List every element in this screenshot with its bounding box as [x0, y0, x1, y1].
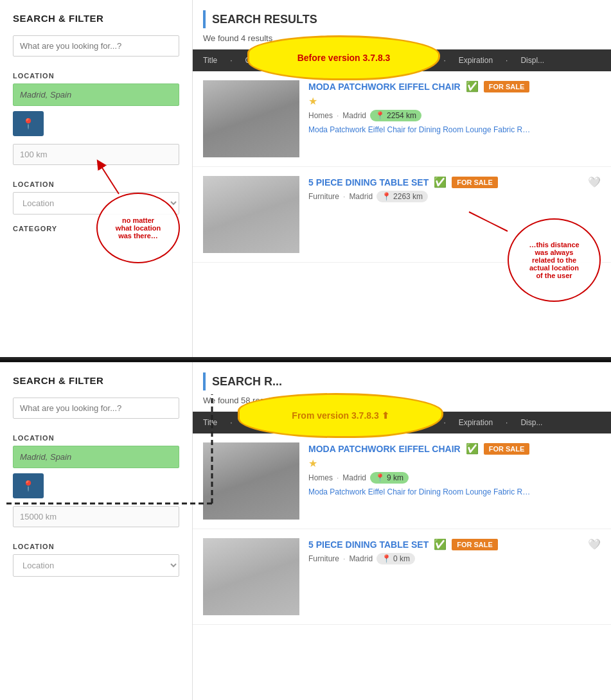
location-label2-top: LOCATION — [13, 180, 179, 188]
sidebar-title-top: SEARCH & FILTER — [13, 13, 179, 24]
for-sale-badge-top-2: FOR SALE — [452, 177, 498, 188]
item-meta-top-1: Homes · Madrid 📍 2254 km — [308, 110, 601, 121]
results-title-top: SEARCH RESULTS — [193, 10, 611, 33]
item-details-top-2: 5 PIECE DINING TABLE SET ✅ FOR SALE 🤍 Fu… — [308, 176, 601, 253]
item-location-top-1: Madrid — [342, 111, 366, 120]
for-sale-badge-top-1: FOR SALE — [484, 81, 530, 92]
verified-icon-bottom-2: ✅ — [434, 538, 447, 550]
table-header-bottom: Title · Category · Location · Price · Ad… — [193, 412, 611, 433]
item-details-bottom-1: MODA PATCHWORK EIFFEL CHAIR ✅ FOR SALE ★… — [308, 442, 601, 520]
location-label-bottom: LOCATION — [13, 434, 179, 442]
sidebar-bottom: SEARCH & FILTER LOCATION Madrid, Spain 📍… — [0, 362, 193, 700]
results-count-bottom: We found 58 results — [193, 396, 611, 412]
star-icon-bottom-1[interactable]: ★ — [308, 458, 317, 469]
verified-icon-bottom-1: ✅ — [466, 442, 479, 455]
heart-icon-bottom-2[interactable]: 🤍 — [588, 538, 601, 550]
item-card-top-1: MODA PATCHWORK EIFFEL CHAIR ✅ FOR SALE ★… — [193, 71, 611, 167]
km-input-bottom[interactable] — [13, 506, 179, 527]
verified-icon-top-2: ✅ — [434, 176, 447, 188]
distance-badge-top-1: 📍 2254 km — [370, 110, 421, 121]
item-category-bottom-1: Homes — [308, 473, 333, 482]
location-select-bottom[interactable]: Location — [13, 554, 179, 577]
location-label-top: LOCATION — [13, 72, 179, 80]
results-title-bottom: SEARCH R... — [193, 372, 611, 396]
location-value-bottom: Madrid, Spain — [13, 446, 179, 468]
item-category-top-2: Furniture — [308, 192, 339, 201]
item-location-top-2: Madrid — [349, 192, 373, 201]
item-tags-bottom-1: Moda Patchwork Eiffel Chair for Dining R… — [308, 487, 533, 496]
item-card-top-2: 5 PIECE DINING TABLE SET ✅ FOR SALE 🤍 Fu… — [193, 167, 611, 263]
item-image-top-2 — [203, 176, 299, 253]
item-category-top-1: Homes — [308, 111, 333, 120]
item-details-bottom-2: 5 PIECE DINING TABLE SET ✅ FOR SALE 🤍 Fu… — [308, 538, 601, 615]
item-category-bottom-2: Furniture — [308, 554, 339, 563]
item-card-bottom-1: MODA PATCHWORK EIFFEL CHAIR ✅ FOR SALE ★… — [193, 433, 611, 529]
blue-bar-top — [203, 10, 206, 28]
km-input-top[interactable] — [13, 144, 179, 165]
item-meta-top-2: Furniture · Madrid 📍 2263 km — [308, 191, 601, 202]
distance-badge-top-2: 📍 2263 km — [376, 191, 428, 202]
distance-badge-bottom-2: 📍 0 km — [376, 553, 415, 564]
pin-button-top[interactable]: 📍 — [13, 111, 44, 136]
pin-button-bottom[interactable]: 📍 — [13, 473, 44, 498]
location-label2-bottom: LOCATION — [13, 543, 179, 550]
item-meta-bottom-2: Furniture · Madrid 📍 0 km — [308, 553, 601, 564]
for-sale-badge-bottom-2: FOR SALE — [452, 539, 498, 550]
verified-icon-top-1: ✅ — [466, 80, 479, 92]
heart-icon-top-2[interactable]: 🤍 — [588, 176, 601, 188]
category-label-top: CATEGORY — [13, 225, 179, 232]
location-value-top: Madrid, Spain — [13, 83, 179, 106]
item-title-bottom-2[interactable]: 5 PIECE DINING TABLE SET — [308, 539, 429, 550]
item-title-top-1[interactable]: MODA PATCHWORK EIFFEL CHAIR — [308, 82, 461, 92]
results-heading-top: SEARCH RESULTS — [212, 13, 317, 26]
search-input-bottom[interactable] — [13, 398, 179, 419]
location-select-top[interactable]: Location — [13, 192, 179, 214]
item-image-top-1 — [203, 80, 299, 157]
item-card-bottom-2: 5 PIECE DINING TABLE SET ✅ FOR SALE 🤍 Fu… — [193, 529, 611, 625]
for-sale-badge-bottom-1: FOR SALE — [484, 443, 530, 455]
distance-badge-bottom-1: 📍 9 km — [370, 472, 409, 484]
table-header-top: Title · Category · Location · Price · Ad… — [193, 49, 611, 71]
pin-icon-bottom: 📍 — [22, 480, 35, 491]
item-meta-bottom-1: Homes · Madrid 📍 9 km — [308, 472, 601, 484]
search-input-top[interactable] — [13, 35, 179, 57]
item-title-top-2[interactable]: 5 PIECE DINING TABLE SET — [308, 177, 429, 188]
pin-icon-top: 📍 — [22, 118, 35, 129]
results-count-top: We found 4 results — [193, 33, 611, 49]
item-title-bottom-1[interactable]: MODA PATCHWORK EIFFEL CHAIR — [308, 444, 461, 454]
main-bottom: SEARCH R... We found 58 results Title · … — [193, 362, 611, 700]
item-location-bottom-1: Madrid — [342, 473, 366, 482]
item-location-bottom-2: Madrid — [349, 554, 373, 563]
sidebar-title-bottom: SEARCH & FILTER — [13, 375, 179, 386]
item-image-bottom-1 — [203, 442, 299, 520]
results-heading-bottom: SEARCH R... — [212, 375, 282, 389]
star-icon-top-1[interactable]: ★ — [308, 96, 317, 107]
blue-bar-bottom — [203, 372, 206, 390]
item-tags-top-1: Moda Patchwork Eiffel Chair for Dining R… — [308, 125, 533, 134]
item-details-top-1: MODA PATCHWORK EIFFEL CHAIR ✅ FOR SALE ★… — [308, 80, 601, 157]
item-image-bottom-2 — [203, 538, 299, 615]
sidebar-top: SEARCH & FILTER LOCATION Madrid, Spain 📍… — [0, 0, 193, 357]
main-top: SEARCH RESULTS We found 4 results Title … — [193, 0, 611, 357]
